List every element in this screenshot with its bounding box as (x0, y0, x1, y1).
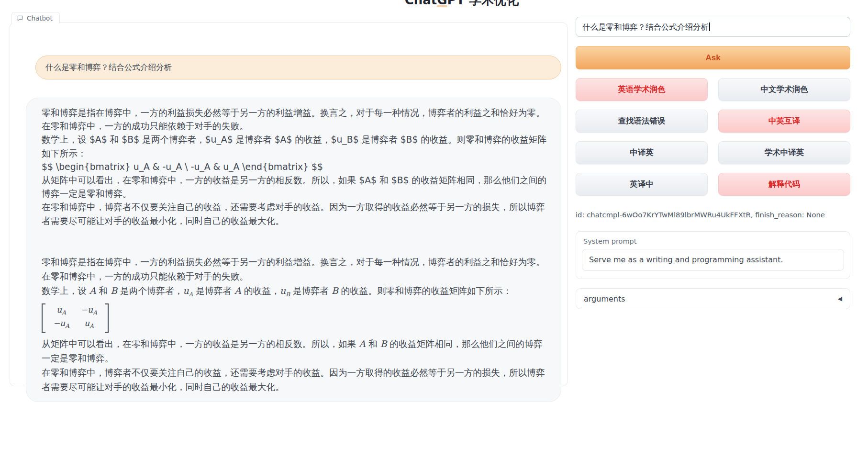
bot-rendered-paragraph-3: 从矩阵中可以看出，在零和博弈中，一方的收益是另一方的相反数。所以，如果 A 和 … (42, 337, 548, 366)
matrix-left-bracket (42, 303, 45, 333)
matrix-cell-12: −uA (80, 305, 98, 317)
matrix-right-bracket (105, 303, 109, 333)
title-accent-fragment (437, 5, 447, 7)
fn-button-academic-zh-to-en[interactable]: 学术中译英 (718, 141, 850, 164)
fn-button-explain-code[interactable]: 解释代码 (718, 173, 850, 196)
user-message-bubble: 什么是零和博弈？结合公式介绍分析 (35, 56, 561, 79)
system-prompt-form: System prompt Serve me as a writing and … (576, 231, 850, 279)
chat-bubble-icon (17, 15, 23, 22)
bot-rendered-math-intro: 数学上，设 A 和 B 是两个博弈者，uA 是博弈者 A 的收益，uB 是博弈者… (42, 284, 548, 302)
completion-status-line: id: chatcmpl-6wOo7KrYTwMl89lbrMWRu4UkFFX… (576, 211, 825, 219)
bot-message-bubble: 零和博弈是指在博弈中，一方的利益损失必然等于另一方的利益增益。换言之，对于每一种… (26, 98, 561, 402)
bot-rendered-paragraph-4: 在零和博弈中，博弈者不仅要关注自己的收益，还需要考虑对手的收益。因为一方取得的收… (42, 366, 548, 394)
fn-button-english-academic-polish[interactable]: 英语学术润色 (576, 78, 708, 101)
bot-rendered-block: 零和博弈是指在博弈中，一方的利益损失必然等于另一方的利益增益。换言之，对于每一种… (42, 255, 548, 395)
matrix-cell-21: −uA (52, 319, 70, 331)
query-input[interactable]: 什么是零和博弈？结合公式介绍分析 (576, 17, 850, 37)
user-message-text: 什么是零和博弈？结合公式介绍分析 (45, 63, 172, 72)
matrix-cell-22: uA (80, 319, 98, 331)
payoff-matrix: uA −uA −uA uA (42, 303, 109, 333)
fn-button-zh-to-en[interactable]: 中译英 (576, 141, 708, 164)
system-prompt-label: System prompt (583, 237, 844, 245)
chatbot-label: Chatbot (27, 14, 53, 22)
fn-button-zh-en-mutual-translate[interactable]: 中英互译 (718, 110, 850, 133)
function-button-grid: 英语学术润色 中文学术润色 查找语法错误 中英互译 中译英 学术中译英 英译中 … (576, 78, 850, 196)
matrix-cell-11: uA (52, 305, 70, 317)
page-title: ChatGPT 学术优化 (223, 0, 701, 9)
bot-rendered-paragraph-1: 零和博弈是指在博弈中，一方的利益损失必然等于另一方的利益增益。换言之，对于每一种… (42, 255, 548, 284)
chatbot-panel: 什么是零和博弈？结合公式介绍分析 零和博弈是指在博弈中，一方的利益损失必然等于另… (10, 22, 568, 386)
fn-button-find-grammar-errors[interactable]: 查找语法错误 (576, 110, 708, 133)
ask-button[interactable]: Ask (576, 46, 850, 69)
arguments-accordion[interactable]: arguments ◀ (576, 288, 850, 309)
accordion-collapse-arrow-icon: ◀ (838, 295, 842, 302)
text-caret (709, 22, 710, 31)
fn-button-chinese-academic-polish[interactable]: 中文学术润色 (718, 78, 850, 101)
system-prompt-input[interactable]: Serve me as a writing and programming as… (582, 249, 844, 271)
fn-button-en-to-zh[interactable]: 英译中 (576, 173, 708, 196)
chatbot-label-tab: Chatbot (11, 12, 60, 23)
bot-raw-markdown: 零和博弈是指在博弈中，一方的利益损失必然等于另一方的利益增益。换言之，对于每一种… (42, 106, 548, 228)
arguments-accordion-label: arguments (584, 294, 625, 303)
